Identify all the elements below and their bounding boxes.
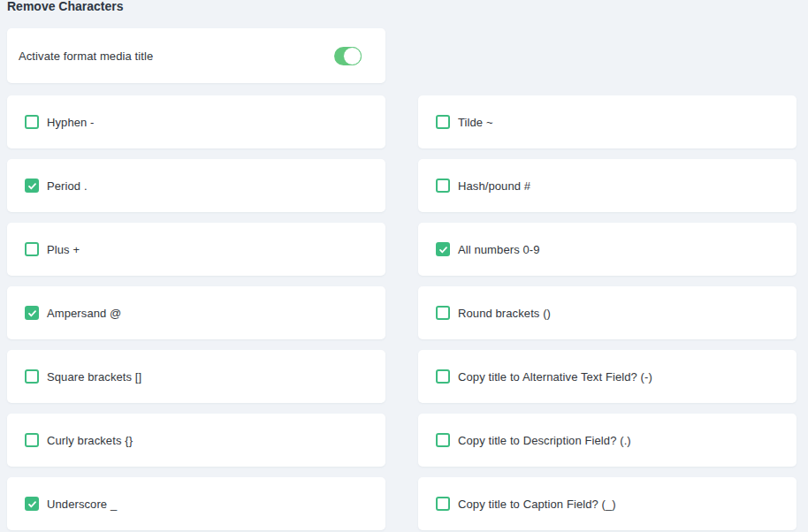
checkbox-label: Period .: [47, 179, 88, 193]
activation-toggle[interactable]: [334, 47, 362, 65]
checkbox-label: Tilde ~: [458, 116, 493, 129]
checkbox-label: Curly brackets {}: [47, 434, 133, 447]
checkbox-label: Plus +: [47, 243, 80, 256]
checkbox[interactable]: [25, 242, 39, 256]
checkbox-label: Ampersand @: [47, 307, 121, 320]
right-column: Tilde ~ Hash/pound # All numbers 0-9 Rou…: [418, 95, 797, 530]
checkbox-card-period[interactable]: Period .: [7, 159, 385, 212]
checkbox[interactable]: [25, 179, 39, 193]
checkbox[interactable]: [25, 433, 39, 447]
checkbox[interactable]: [436, 115, 450, 129]
checkbox-card-copy-caption[interactable]: Copy title to Caption Field? (_): [418, 477, 797, 530]
checkbox-label: Hash/pound #: [458, 179, 530, 193]
checkbox-card-tilde[interactable]: Tilde ~: [418, 95, 797, 148]
activation-label: Activate format media title: [19, 49, 153, 63]
checkbox[interactable]: [25, 497, 39, 511]
toggle-knob: [343, 47, 362, 65]
checkbox[interactable]: [436, 433, 450, 447]
check-icon: [27, 308, 37, 318]
page-title: Remove Characters: [7, 0, 797, 13]
checkbox-card-plus[interactable]: Plus +: [7, 223, 385, 276]
checkbox-card-copy-description[interactable]: Copy title to Description Field? (.): [418, 414, 797, 467]
check-icon: [27, 499, 37, 509]
check-icon: [438, 245, 448, 255]
checkbox-card-square-brackets[interactable]: Square brackets []: [7, 350, 385, 403]
checkbox[interactable]: [25, 115, 39, 129]
checkbox-label: Underscore _: [47, 498, 117, 511]
activation-card: Activate format media title: [7, 28, 385, 83]
checkbox[interactable]: [25, 369, 39, 384]
settings-page: Remove Characters Activate format media …: [0, 0, 808, 530]
checkbox[interactable]: [436, 242, 450, 256]
checkbox-label: Hyphen -: [47, 116, 95, 129]
checkbox-card-hyphen[interactable]: Hyphen -: [7, 95, 385, 148]
checkbox-label: Copy title to Caption Field? (_): [458, 498, 616, 511]
checkbox-label: Square brackets []: [47, 370, 141, 384]
checkbox[interactable]: [436, 497, 450, 511]
checkbox-label: All numbers 0-9: [458, 243, 540, 256]
checkbox-card-curly-brackets[interactable]: Curly brackets {}: [7, 414, 385, 467]
checkbox-grid: Hyphen - Period . Plus + Ampersand @: [7, 95, 797, 530]
checkbox-label: Copy title to Alternative Text Field? (-…: [458, 370, 652, 384]
check-icon: [27, 181, 37, 191]
checkbox[interactable]: [436, 369, 450, 384]
checkbox-card-copy-alt-text[interactable]: Copy title to Alternative Text Field? (-…: [418, 350, 797, 403]
checkbox-card-underscore[interactable]: Underscore _: [7, 477, 385, 530]
checkbox-card-ampersand[interactable]: Ampersand @: [7, 286, 385, 339]
checkbox-card-all-numbers[interactable]: All numbers 0-9: [418, 223, 797, 276]
checkbox-label: Round brackets (): [458, 307, 551, 320]
checkbox-card-round-brackets[interactable]: Round brackets (): [418, 286, 797, 339]
checkbox[interactable]: [436, 306, 450, 320]
checkbox[interactable]: [25, 306, 39, 320]
checkbox-card-hash-pound[interactable]: Hash/pound #: [418, 159, 797, 212]
left-column: Hyphen - Period . Plus + Ampersand @: [7, 95, 385, 530]
checkbox-label: Copy title to Description Field? (.): [458, 434, 631, 447]
checkbox[interactable]: [436, 179, 450, 193]
